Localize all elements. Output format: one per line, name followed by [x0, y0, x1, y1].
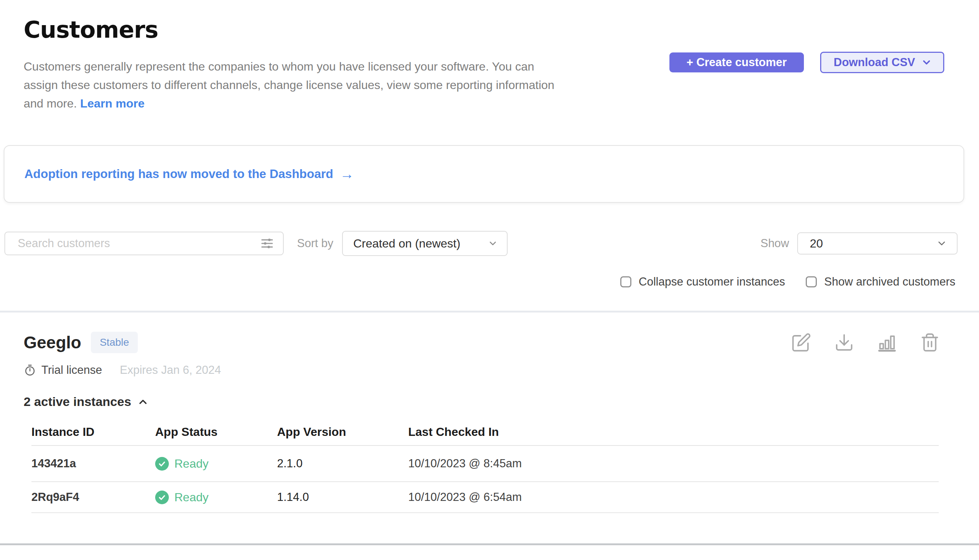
show-label: Show	[760, 237, 789, 250]
customer-name[interactable]: Geeglo	[23, 332, 81, 352]
download-icon[interactable]	[834, 332, 854, 352]
search-input[interactable]	[18, 237, 259, 250]
toolbar: Sort by Created on (newest) Show 20	[5, 231, 956, 256]
instances-toggle[interactable]: 2 active instances	[23, 395, 149, 409]
chevron-down-icon	[936, 238, 947, 249]
search-box	[5, 232, 284, 255]
license-row: Trial license Expires Jan 6, 2024	[23, 363, 956, 377]
page-title: Customers	[23, 16, 956, 43]
instances-summary: 2 active instances	[23, 395, 131, 409]
instances-table: Instance ID App Status App Version Last …	[32, 418, 939, 513]
app-status: Ready	[155, 457, 277, 471]
sort-by-label: Sort by	[297, 237, 333, 250]
page-description: Customers generally represent the compan…	[23, 57, 667, 113]
description-line: and more.	[23, 97, 77, 110]
chevron-down-icon	[921, 57, 932, 68]
bar-chart-icon[interactable]	[877, 332, 897, 352]
sort-select-value: Created on (newest)	[353, 237, 460, 250]
learn-more-link[interactable]: Learn more	[80, 97, 145, 110]
app-status: Ready	[155, 490, 277, 504]
customer-actions	[791, 332, 940, 352]
trash-icon[interactable]	[920, 332, 940, 352]
instance-id: 143421a	[32, 457, 155, 470]
license-expiry: Expires Jan 6, 2024	[120, 363, 221, 377]
column-header-app-status: App Status	[155, 425, 277, 439]
last-checked-in: 10/10/2023 @ 8:45am	[408, 457, 939, 470]
arrow-right-icon: →	[340, 167, 354, 181]
table-row: 143421a Ready 2.1.0 10/10/2023 @ 8:45am	[32, 446, 939, 482]
app-status-label: Ready	[174, 457, 209, 471]
check-circle-icon	[155, 457, 169, 471]
adoption-reporting-banner[interactable]: Adoption reporting has now moved to the …	[4, 145, 964, 203]
chevron-down-icon	[488, 238, 498, 248]
collapse-instances-checkbox-item[interactable]: Collapse customer instances	[620, 275, 785, 288]
filter-sliders-icon[interactable]	[259, 236, 275, 251]
customer-card: Geeglo Stable	[23, 313, 956, 513]
check-circle-icon	[155, 490, 169, 504]
filter-checkbox-row: Collapse customer instances Show archive…	[23, 275, 956, 288]
download-csv-label: Download CSV	[834, 56, 915, 69]
customer-separator	[0, 543, 979, 545]
show-select-value: 20	[810, 237, 823, 250]
show-select[interactable]: 20	[797, 232, 957, 255]
description-line: assign these customers to different chan…	[23, 76, 667, 94]
license-type-label: Trial license	[42, 363, 102, 377]
checkbox-unchecked[interactable]	[620, 276, 631, 287]
trial-clock-icon	[23, 364, 36, 377]
license-type: Trial license	[23, 363, 102, 377]
last-checked-in: 10/10/2023 @ 6:54am	[408, 490, 939, 504]
chevron-up-icon	[137, 396, 149, 408]
app-status-label: Ready	[174, 490, 209, 504]
checkbox-unchecked[interactable]	[806, 276, 817, 287]
sort-select[interactable]: Created on (newest)	[342, 231, 508, 256]
instance-id: 2Rq9aF4	[32, 490, 155, 504]
banner-link[interactable]: Adoption reporting has now moved to the …	[24, 167, 354, 181]
table-header-row: Instance ID App Status App Version Last …	[32, 418, 939, 446]
customers-page: Customers Customers generally represent …	[0, 0, 979, 560]
customer-header: Geeglo Stable	[23, 332, 956, 353]
checkbox-label: Show archived customers	[824, 275, 956, 288]
app-version: 1.14.0	[277, 490, 408, 504]
header-actions: + Create customer Download CSV	[669, 52, 944, 73]
column-header-app-version: App Version	[277, 425, 408, 439]
banner-text: Adoption reporting has now moved to the …	[24, 167, 333, 181]
edit-icon[interactable]	[791, 332, 811, 352]
create-customer-button[interactable]: + Create customer	[669, 52, 804, 72]
channel-badge: Stable	[91, 332, 138, 353]
table-row: 2Rq9aF4 Ready 1.14.0 10/10/2023 @ 6:54am	[32, 482, 939, 513]
show-archived-checkbox-item[interactable]: Show archived customers	[806, 275, 956, 288]
app-version: 2.1.0	[277, 457, 408, 470]
download-csv-button[interactable]: Download CSV	[820, 52, 944, 73]
column-header-instance-id: Instance ID	[32, 425, 155, 439]
column-header-last-checked-in: Last Checked In	[408, 425, 939, 439]
checkbox-label: Collapse customer instances	[639, 275, 785, 288]
description-line: Customers generally represent the compan…	[23, 57, 667, 76]
